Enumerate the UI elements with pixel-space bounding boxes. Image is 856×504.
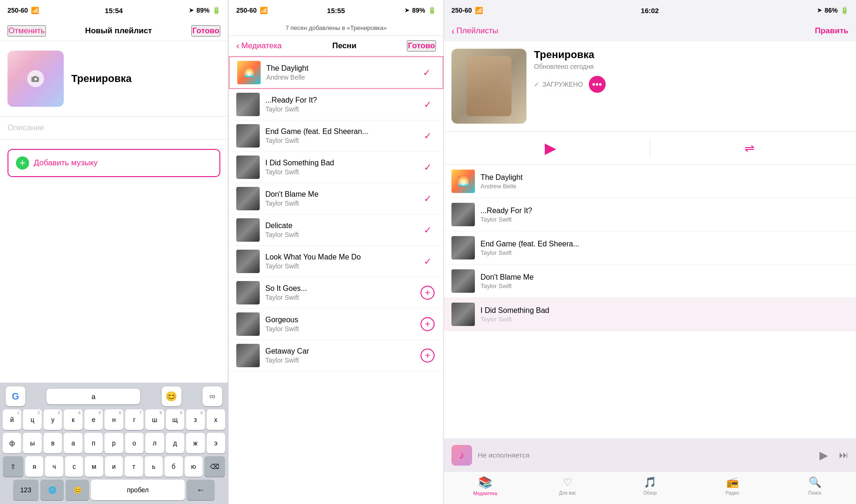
more-options-button[interactable]: ••• xyxy=(589,76,606,93)
tab-radio[interactable]: 📻 Радио xyxy=(691,476,773,496)
p3-song-item-1[interactable]: 🌅 The Daylight Andrew Belle xyxy=(444,165,856,198)
key-я[interactable]: я xyxy=(25,456,43,477)
song-item-8[interactable]: So It Goes... Taylor Swift + xyxy=(229,277,443,309)
emoji-btn[interactable]: 😊 xyxy=(162,386,181,406)
song-item-10[interactable]: Getaway Car Taylor Swift + xyxy=(229,340,443,371)
done-button-2[interactable]: Готово xyxy=(407,40,436,52)
key-д[interactable]: д xyxy=(166,433,184,453)
song-art-8 xyxy=(236,281,260,304)
key-х[interactable]: х xyxy=(207,409,225,430)
key-н[interactable]: 6н xyxy=(105,409,123,430)
song-check-1[interactable]: ✓ xyxy=(418,64,435,81)
p3-song-item-4[interactable]: Don't Blame Me Taylor Swift xyxy=(444,265,856,298)
song-add-8[interactable]: + xyxy=(419,284,436,301)
key-о[interactable]: о xyxy=(125,433,143,453)
key-emoji[interactable]: 😊 xyxy=(66,480,89,500)
checkmark-icon-1: ✓ xyxy=(423,67,431,78)
key-globe[interactable]: 🌐 xyxy=(40,480,64,500)
add-music-button[interactable]: + Добавить музыку xyxy=(8,149,220,177)
key-з[interactable]: 0з xyxy=(186,409,204,430)
back-to-library[interactable]: ‹ Медиатека xyxy=(236,40,282,51)
key-й[interactable]: 1й xyxy=(3,409,21,430)
tab-search[interactable]: 🔍 Поиск xyxy=(773,476,856,496)
song-check-7[interactable]: ✓ xyxy=(419,253,436,270)
now-playing-play[interactable]: ▶ xyxy=(819,449,828,462)
shuffle-button[interactable]: ⇌ xyxy=(744,141,755,156)
key-ь[interactable]: ь xyxy=(145,456,163,477)
key-return[interactable]: ← xyxy=(187,480,215,500)
key-shift[interactable]: ⇧ xyxy=(3,456,23,477)
song-item-2[interactable]: ...Ready For It? Taylor Swift ✓ xyxy=(229,89,443,120)
key-е[interactable]: 5е xyxy=(84,409,103,430)
key-т[interactable]: т xyxy=(125,456,143,477)
p3-song-item-2[interactable]: ...Ready For It? Taylor Swift xyxy=(444,198,856,231)
tab-browse[interactable]: 🎵 Обзор xyxy=(609,476,691,496)
key-а[interactable]: а xyxy=(64,433,82,453)
edit-button[interactable]: Править xyxy=(815,26,848,36)
song-item-1[interactable]: 🌅 The Daylight Andrew Belle ✓ xyxy=(229,56,443,89)
song-item-3[interactable]: End Game (feat. Ed Sheeran... Taylor Swi… xyxy=(229,120,443,152)
status-left-3: 250-60 📶 xyxy=(451,7,483,14)
song-info-6: Delicate Taylor Swift xyxy=(260,222,419,238)
key-space[interactable]: пробел xyxy=(91,480,185,500)
song-check-2[interactable]: ✓ xyxy=(419,96,436,113)
song-item-4[interactable]: I Did Something Bad Taylor Swift ✓ xyxy=(229,152,443,183)
song-name-7: Look What You Made Me Do xyxy=(265,253,413,261)
song-add-10[interactable]: + xyxy=(419,347,436,364)
song-check-5[interactable]: ✓ xyxy=(419,190,436,207)
battery-3: 86% xyxy=(825,7,838,14)
loaded-badge: ✓ ЗАГРУЖЕНО xyxy=(534,81,583,88)
playlist-name-p3: Тренировка xyxy=(534,49,848,61)
now-playing-skip[interactable]: ⏭ xyxy=(839,450,848,460)
back-to-playlists[interactable]: ‹ Плейлисты xyxy=(451,26,498,37)
key-к[interactable]: 4к xyxy=(64,409,82,430)
art-placeholder[interactable] xyxy=(8,51,64,107)
key-123[interactable]: 123 xyxy=(13,480,38,500)
song-check-3[interactable]: ✓ xyxy=(419,127,436,144)
key-п[interactable]: п xyxy=(84,433,103,453)
key-щ[interactable]: 9щ xyxy=(166,409,184,430)
key-р[interactable]: р xyxy=(105,433,123,453)
song-item-6[interactable]: Delicate Taylor Swift ✓ xyxy=(229,215,443,246)
play-button[interactable]: ▶ xyxy=(545,139,556,157)
key-м[interactable]: м xyxy=(85,456,103,477)
tab-foryou[interactable]: ♡ Для вас xyxy=(526,476,609,496)
key-и[interactable]: и xyxy=(105,456,123,477)
tab-library[interactable]: 📚 Медиатека xyxy=(444,476,526,496)
song-item-5[interactable]: Don't Blame Me Taylor Swift ✓ xyxy=(229,183,443,215)
done-button-1[interactable]: Готово xyxy=(191,25,220,37)
key-с[interactable]: с xyxy=(65,456,83,477)
now-playing-bar[interactable]: ♪ Не исполняется ▶ ⏭ xyxy=(444,438,856,471)
key-ж[interactable]: ж xyxy=(186,433,204,453)
key-у[interactable]: 3у xyxy=(44,409,62,430)
library-label: Медиатека xyxy=(473,491,497,496)
description-field[interactable]: Описание xyxy=(0,116,228,140)
song-item-9[interactable]: Gorgeous Taylor Swift + xyxy=(229,309,443,340)
keyboard-input-preview: a xyxy=(46,389,140,404)
key-ч[interactable]: ч xyxy=(45,456,63,477)
key-г[interactable]: 7г xyxy=(125,409,143,430)
key-в[interactable]: в xyxy=(44,433,62,453)
plus-icon-8: + xyxy=(420,286,435,300)
infinity-btn[interactable]: ∞ xyxy=(203,386,222,406)
key-ю[interactable]: ю xyxy=(185,456,203,477)
key-л[interactable]: л xyxy=(145,433,164,453)
key-э[interactable]: э xyxy=(207,433,225,453)
svg-point-0 xyxy=(35,78,37,81)
p3-song-item-5[interactable]: I Did Something Bad Taylor Swift xyxy=(444,298,856,331)
song-add-9[interactable]: + xyxy=(419,316,436,333)
key-б[interactable]: б xyxy=(165,456,182,477)
song-check-6[interactable]: ✓ xyxy=(419,222,436,238)
key-ц[interactable]: 2ц xyxy=(23,409,41,430)
p3-song-item-3[interactable]: End Game (feat. Ed Sheera... Taylor Swif… xyxy=(444,231,856,265)
song-art-10 xyxy=(236,344,260,367)
cancel-button[interactable]: Отменить xyxy=(8,25,46,37)
song-check-4[interactable]: ✓ xyxy=(419,159,436,176)
key-ы[interactable]: ы xyxy=(23,433,41,453)
key-ш[interactable]: 8ш xyxy=(145,409,164,430)
google-keyboard-btn[interactable]: G xyxy=(6,386,25,406)
key-ф[interactable]: ф xyxy=(3,433,21,453)
battery-icon-2: 🔋 xyxy=(428,7,436,14)
song-item-7[interactable]: Look What You Made Me Do Taylor Swift ✓ xyxy=(229,246,443,277)
key-backspace[interactable]: ⌫ xyxy=(204,456,225,477)
